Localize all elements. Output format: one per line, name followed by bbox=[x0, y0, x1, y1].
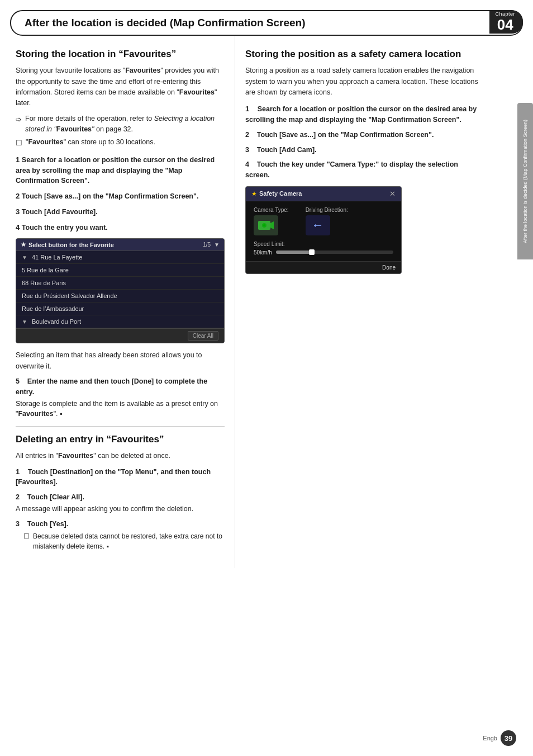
right-step-4: 4 Touch the key under "Camera Type:" to … bbox=[245, 159, 480, 181]
delete-intro: All entries in "Favourites" can be delet… bbox=[16, 451, 225, 461]
chapter-badge: Chapter 04 bbox=[489, 10, 523, 34]
mockup-row-text-1: 5 Rue de la Gare bbox=[22, 267, 69, 273]
sc-speed-label: Speed Limit: bbox=[254, 241, 393, 247]
row-icon-5: ▼ bbox=[22, 319, 27, 325]
camera-svg-icon bbox=[257, 218, 275, 233]
done-button[interactable]: Done bbox=[382, 264, 396, 271]
sc-speed-bar-row: 50km/h bbox=[254, 249, 393, 256]
mockup-pagination: 1/5 ▼ bbox=[203, 242, 220, 248]
sc-speed-bar[interactable] bbox=[276, 251, 393, 254]
mockup-row-5: ▼ Boulevard du Port bbox=[16, 315, 224, 328]
step-4: 4 Touch the entry you want. bbox=[16, 222, 225, 233]
step5-note-icon: ▪ bbox=[60, 410, 62, 418]
delete-step-2: 2 Touch [Clear All]. A message will appe… bbox=[16, 492, 225, 514]
chapter-number: 04 bbox=[497, 17, 513, 33]
right-step-3: 3 Touch [Add Cam]. bbox=[245, 145, 480, 155]
delete-step-1: 1 Touch [Destination] on the "Top Menu",… bbox=[16, 466, 225, 488]
footer-lang: Engb bbox=[483, 735, 497, 741]
mockup-row-text-4: Rue de l’Ambassadeur bbox=[22, 305, 84, 312]
sc-driving-dir-label: Driving Direction: bbox=[306, 207, 348, 213]
bullet-text-2: "Favourites" can store up to 30 location… bbox=[26, 137, 155, 148]
delete-step-3: 3 Touch [Yes]. ☐ Because deleted data ca… bbox=[16, 519, 225, 552]
step-5-sub: Storage is complete and the item is avai… bbox=[16, 399, 225, 420]
left-section-intro: Storing your favourite locations as "Fav… bbox=[16, 65, 225, 109]
sub-bullet-icon: ☐ bbox=[23, 531, 30, 541]
row-icon-0: ▼ bbox=[22, 254, 27, 261]
page-number: 39 bbox=[505, 734, 512, 743]
sc-cam-icon[interactable] bbox=[254, 215, 278, 235]
mockup-star-icon: ★ bbox=[21, 241, 26, 248]
sc-footer: Done bbox=[246, 261, 401, 273]
sc-speed-value: 50km/h bbox=[254, 249, 272, 256]
note-bullet-icon: ☐ bbox=[16, 138, 22, 149]
step-2: 2 Touch [Save as...] on the "Map Confirm… bbox=[16, 191, 225, 202]
side-tab: After the location is decided (Map Confi… bbox=[517, 103, 533, 259]
right-section-intro: Storing a position as a road safety came… bbox=[245, 65, 480, 98]
sc-header-close-icon[interactable]: ✕ bbox=[389, 190, 396, 198]
sc-mockup-header: ★ Safety Camera ✕ bbox=[246, 187, 401, 201]
mockup-row-text-3: Rue du Président Salvador Allende bbox=[22, 292, 117, 299]
left-divider bbox=[16, 426, 225, 427]
clear-all-button[interactable]: Clear All bbox=[188, 331, 218, 341]
main-content: Storing the location in “Favourites” Sto… bbox=[0, 36, 533, 568]
sc-speed-thumb[interactable] bbox=[309, 249, 315, 255]
mockup-row-3: Rue du Président Salvador Allende bbox=[16, 290, 224, 303]
delete-step-3-subbullet: ☐ Because deleted data cannot be restore… bbox=[23, 531, 225, 551]
side-tab-text: After the location is decided (Map Confi… bbox=[522, 119, 529, 243]
mockup-row-text-5: Boulevard du Port bbox=[32, 318, 81, 325]
safety-camera-mockup: ★ Safety Camera ✕ Camera Type: bbox=[245, 186, 402, 274]
delete-note-icon: ▪ bbox=[106, 542, 108, 550]
page-number-badge: 39 bbox=[501, 730, 516, 746]
svg-point-3 bbox=[263, 224, 265, 226]
delete-step-3-sub-text: Because deleted data cannot be restored,… bbox=[33, 531, 225, 551]
mockup-row-1: 5 Rue de la Gare bbox=[16, 264, 224, 277]
bullet-note-1: ☐ "Favourites" can store up to 30 locati… bbox=[16, 137, 225, 149]
sc-star-icon: ★ bbox=[251, 190, 257, 197]
mockup-row-text-0: 41 Rue La Fayette bbox=[32, 254, 83, 261]
page-title: After the location is decided (Map Confi… bbox=[25, 17, 306, 29]
mockup-header: ★ Select button for the Favorite 1/5 ▼ bbox=[16, 239, 224, 251]
right-column: Storing the position as a safety camera … bbox=[235, 36, 508, 568]
page-footer: Engb 39 bbox=[483, 730, 516, 746]
delete-section-title: Deleting an entry in “Favourites” bbox=[16, 433, 225, 445]
favourite-mockup: ★ Select button for the Favorite 1/5 ▼ ▼… bbox=[16, 238, 225, 343]
bullet-text-1: For more details of the operation, refer… bbox=[25, 114, 225, 135]
delete-step-2-sub: A message will appear asking you to conf… bbox=[16, 504, 225, 514]
sc-header-title: Safety Camera bbox=[259, 190, 302, 197]
svg-marker-1 bbox=[270, 221, 274, 229]
sc-type-direction-row: Camera Type: Driving Direction: bbox=[254, 207, 393, 235]
step-3: 3 Touch [Add Favourite]. bbox=[16, 206, 225, 218]
bullet-arrow-1: ➩ For more details of the operation, ref… bbox=[16, 114, 225, 135]
sc-cam-type-col: Camera Type: bbox=[254, 207, 289, 235]
mockup-row-4: Rue de l’Ambassadeur bbox=[16, 303, 224, 315]
sc-speed-row: Speed Limit: 50km/h bbox=[254, 241, 393, 256]
sc-cam-type-label: Camera Type: bbox=[254, 207, 289, 213]
step-5: 5 Enter the name and then touch [Done] t… bbox=[16, 376, 225, 419]
mockup-footer: Clear All bbox=[16, 328, 224, 343]
right-step-2: 2 Touch [Save as...] on the "Map Confirm… bbox=[245, 130, 480, 140]
sc-speed-bar-fill bbox=[276, 251, 311, 254]
sc-dir-icon[interactable]: ← bbox=[306, 215, 330, 235]
after-mockup-text: Selecting an item that has already been … bbox=[16, 350, 225, 372]
mockup-arrow-icon: ▼ bbox=[214, 242, 220, 248]
mockup-row-text-2: 68 Rue de Paris bbox=[22, 280, 66, 286]
mockup-row-2: 68 Rue de Paris bbox=[16, 277, 224, 290]
sc-header-title-wrap: ★ Safety Camera bbox=[251, 190, 302, 197]
arrow-left-icon: ← bbox=[312, 218, 324, 233]
mockup-row-0: ▼ 41 Rue La Fayette bbox=[16, 251, 224, 264]
sc-driving-dir-col: Driving Direction: ← bbox=[306, 207, 348, 235]
arrow-bullet-icon: ➩ bbox=[16, 114, 22, 125]
left-column: Storing the location in “Favourites” Sto… bbox=[0, 36, 235, 568]
mockup-header-title: ★ Select button for the Favorite bbox=[21, 241, 114, 248]
right-section-title: Storing the position as a safety camera … bbox=[245, 48, 480, 60]
sc-body: Camera Type: Driving Direction: bbox=[246, 201, 401, 261]
left-section-title: Storing the location in “Favourites” bbox=[16, 48, 225, 60]
step-1: 1 Search for a location or position the … bbox=[16, 154, 225, 186]
right-step-1: 1 Search for a location or position the … bbox=[245, 103, 480, 125]
page-header: After the location is decided (Map Confi… bbox=[10, 10, 523, 36]
